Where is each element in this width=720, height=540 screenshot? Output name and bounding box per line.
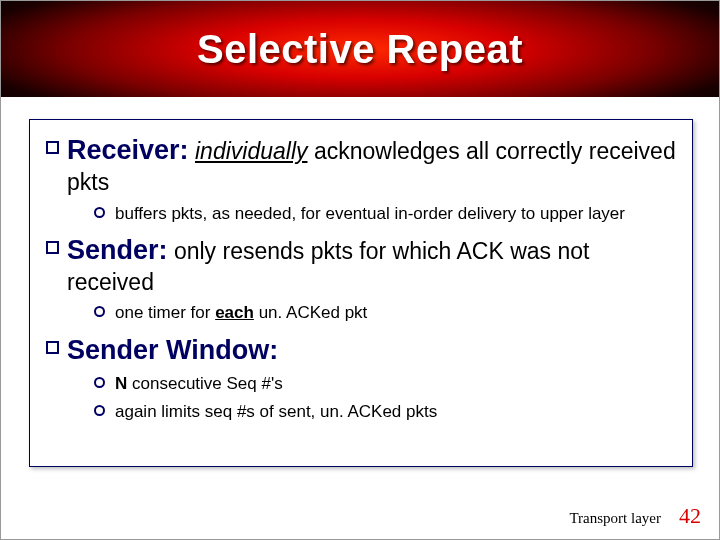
- headword-sender: Sender:: [67, 235, 168, 265]
- bullet-lvl2: N consecutive Seq #'s: [94, 373, 676, 394]
- lvl2-text: N consecutive Seq #'s: [115, 373, 283, 394]
- section-sender: Sender: only resends pkts for which ACK …: [46, 234, 676, 324]
- bullet-lvl2: one timer for each un. ACKed pkt: [94, 302, 676, 323]
- footer-label: Transport layer: [569, 510, 661, 527]
- sub-bold-N: N: [115, 374, 127, 393]
- lvl2-text: buffers pkts, as needed, for eventual in…: [115, 203, 625, 224]
- circle-bullet-icon: [94, 405, 105, 416]
- title-band: Selective Repeat: [1, 1, 719, 97]
- slide: Selective Repeat Receiver: individually …: [0, 0, 720, 540]
- bullet-lvl2: again limits seq #s of sent, un. ACKed p…: [94, 401, 676, 422]
- page-number: 42: [679, 503, 701, 529]
- lvl1-text: Sender Window:: [67, 334, 278, 368]
- circle-bullet-icon: [94, 306, 105, 317]
- content-box: Receiver: individually acknowledges all …: [29, 119, 693, 467]
- sub-bold-each: each: [215, 303, 254, 322]
- lvl2-text: one timer for each un. ACKed pkt: [115, 302, 367, 323]
- section-sender-window: Sender Window: N consecutive Seq #'s aga…: [46, 334, 676, 422]
- lvl1-text: Receiver: individually acknowledges all …: [67, 134, 676, 197]
- lvl2-text: again limits seq #s of sent, un. ACKed p…: [115, 401, 437, 422]
- sub-pre: one timer for: [115, 303, 215, 322]
- bullet-lvl2: buffers pkts, as needed, for eventual in…: [94, 203, 676, 224]
- bullet-lvl1: Receiver: individually acknowledges all …: [46, 134, 676, 197]
- sub-post: consecutive Seq #'s: [132, 374, 283, 393]
- square-bullet-icon: [46, 141, 59, 154]
- section-receiver: Receiver: individually acknowledges all …: [46, 134, 676, 224]
- square-bullet-icon: [46, 341, 59, 354]
- circle-bullet-icon: [94, 377, 105, 388]
- sub-post: un. ACKed pkt: [259, 303, 368, 322]
- circle-bullet-icon: [94, 207, 105, 218]
- footer: Transport layer 42: [569, 503, 701, 529]
- headword-sender-window: Sender Window:: [67, 335, 278, 365]
- bullet-lvl1: Sender Window:: [46, 334, 676, 368]
- slide-title: Selective Repeat: [197, 27, 523, 72]
- emph-individually: individually: [195, 138, 308, 164]
- headword-receiver: Receiver:: [67, 135, 189, 165]
- lvl1-text: Sender: only resends pkts for which ACK …: [67, 234, 676, 297]
- square-bullet-icon: [46, 241, 59, 254]
- bullet-lvl1: Sender: only resends pkts for which ACK …: [46, 234, 676, 297]
